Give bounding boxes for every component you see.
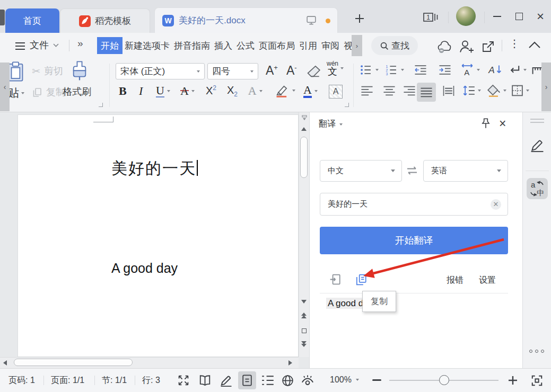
paste-icon[interactable]: [7, 61, 25, 82]
font-name-combo[interactable]: 宋体 (正文): [116, 63, 205, 79]
share-icon[interactable]: [480, 39, 496, 55]
increase-indent-button[interactable]: [438, 65, 452, 75]
numbered-list-button[interactable]: 123: [385, 65, 404, 75]
eye-protection-icon[interactable]: [300, 373, 315, 387]
vertical-scrollbar[interactable]: [299, 112, 309, 357]
collapse-right-strip[interactable]: ›: [541, 63, 551, 111]
format-painter-button[interactable]: 格式刷: [63, 85, 91, 98]
character-shading-button[interactable]: A: [329, 85, 343, 99]
horizontal-scroll-thumb[interactable]: [14, 359, 133, 366]
close-button[interactable]: ×: [533, 10, 547, 23]
pinyin-guide-button[interactable]: wén 文: [327, 60, 344, 76]
cloud-sync-icon[interactable]: [436, 39, 454, 54]
scroll-right-arrow[interactable]: [288, 360, 292, 366]
next-page-button[interactable]: [301, 341, 307, 347]
ribbon-tab-review[interactable]: 审阅: [319, 37, 342, 54]
file-menu[interactable]: 文件: [30, 39, 59, 51]
tab-docer[interactable]: 稻壳模板: [60, 8, 150, 33]
status-pages[interactable]: 页面: 1/1: [51, 375, 84, 386]
translate-input[interactable]: 美好的一天 ✕: [320, 193, 508, 216]
print-layout-icon-selected[interactable]: [238, 371, 256, 389]
more-tabs-button[interactable]: ›: [352, 35, 362, 56]
scroll-up-arrow[interactable]: [301, 127, 307, 131]
cut-button[interactable]: ✂ 剪切: [32, 65, 63, 77]
panel-title[interactable]: 翻译: [319, 119, 343, 130]
line-spacing-button[interactable]: [462, 85, 481, 96]
ink-pen-tool-icon[interactable]: [530, 138, 545, 153]
font-group-expander[interactable]: [345, 103, 349, 107]
zoom-in-button[interactable]: [508, 376, 518, 385]
zoom-slider-thumb[interactable]: [439, 375, 449, 385]
font-color-button[interactable]: A: [303, 84, 318, 98]
status-line[interactable]: 行: 3: [142, 375, 160, 386]
maximize-button[interactable]: [512, 10, 526, 23]
ribbon-tab-insert[interactable]: 插入: [212, 37, 234, 54]
more-options-icon[interactable]: ⋮: [509, 37, 520, 50]
presentation-monitor-icon[interactable]: [305, 15, 317, 26]
hamburger-menu-icon[interactable]: [15, 42, 25, 50]
panel-drag-handle[interactable]: [530, 119, 544, 123]
wrap-break-button[interactable]: [508, 65, 527, 75]
settings-link[interactable]: 设置: [479, 275, 496, 286]
select-browse-object-button[interactable]: [302, 328, 307, 333]
ribbon-tab-newtab[interactable]: 新建选项卡: [123, 37, 172, 54]
web-layout-globe-icon[interactable]: [281, 374, 294, 387]
minimize-button[interactable]: [490, 10, 504, 23]
align-right-button[interactable]: [403, 86, 416, 96]
font-size-combo[interactable]: 四号: [207, 63, 258, 79]
superscript-button[interactable]: X2: [206, 84, 216, 97]
tab-home[interactable]: 首页: [5, 8, 59, 33]
align-center-button[interactable]: [383, 86, 396, 96]
vertical-scroll-thumb[interactable]: [300, 137, 308, 178]
underline-button[interactable]: U: [156, 84, 170, 97]
target-language-select[interactable]: 英语: [423, 160, 508, 182]
increase-font-button[interactable]: A+: [266, 64, 278, 78]
collapse-left-strip[interactable]: ‹: [0, 63, 10, 111]
collapse-ribbon-icon[interactable]: [528, 41, 541, 49]
ribbon-tab-pinyin[interactable]: 拼音指南: [172, 37, 212, 54]
ribbon-tab-page-layout[interactable]: 页面布局: [257, 37, 297, 54]
bullet-list-button[interactable]: [360, 65, 379, 75]
translate-tool-active[interactable]: a 中: [527, 178, 548, 199]
ink-edit-icon[interactable]: [220, 374, 233, 387]
ribbon-tab-view[interactable]: 视图: [342, 37, 352, 54]
swap-languages-icon[interactable]: [406, 165, 418, 176]
borders-button[interactable]: [511, 85, 529, 96]
ribbon-tab-formula[interactable]: 公式: [234, 37, 257, 54]
align-left-button[interactable]: [361, 86, 373, 96]
text-direction-button[interactable]: A: [488, 64, 503, 76]
start-translate-button[interactable]: 开始翻译: [320, 227, 508, 254]
copy-button[interactable]: 复制: [32, 86, 65, 99]
copy-result-icon[interactable]: [355, 273, 368, 286]
source-language-select[interactable]: 中文: [320, 160, 402, 182]
new-tab-button[interactable]: [353, 12, 366, 25]
clear-format-eraser-icon[interactable]: [307, 65, 321, 77]
document-page[interactable]: [18, 114, 299, 357]
zoom-level-select[interactable]: 100%: [330, 375, 359, 385]
justify-button-selected[interactable]: [417, 83, 436, 102]
window-list-button[interactable]: 1: [423, 12, 441, 23]
ribbon-tab-home[interactable]: 开始: [97, 37, 123, 54]
zoom-out-button[interactable]: [372, 379, 381, 381]
strikethrough-button[interactable]: A: [180, 84, 195, 98]
outline-view-icon[interactable]: [261, 375, 274, 386]
distribute-button[interactable]: [442, 86, 455, 96]
scroll-down-arrow[interactable]: [301, 300, 307, 304]
pin-icon[interactable]: [480, 118, 492, 129]
highlight-button[interactable]: [275, 84, 295, 97]
scroll-left-arrow[interactable]: [3, 360, 7, 366]
expand-tabs-chevrons[interactable]: »: [77, 38, 83, 49]
character-scale-button[interactable]: A: [460, 64, 480, 76]
subscript-button[interactable]: X2: [227, 84, 238, 98]
decrease-font-button[interactable]: A-: [286, 64, 297, 78]
text-effects-button[interactable]: A: [248, 84, 263, 98]
shading-button[interactable]: [487, 84, 506, 97]
fit-page-icon[interactable]: [530, 374, 544, 387]
ruler-toggle-icon[interactable]: [301, 115, 308, 121]
clipboard-group-expander[interactable]: [99, 103, 103, 107]
tab-document[interactable]: W 美好的一天.docx: [154, 7, 338, 33]
status-page-number[interactable]: 页码: 1: [8, 375, 35, 386]
decrease-indent-button[interactable]: [414, 65, 427, 75]
fullscreen-icon[interactable]: [177, 374, 190, 387]
clear-input-icon[interactable]: ✕: [491, 199, 501, 210]
